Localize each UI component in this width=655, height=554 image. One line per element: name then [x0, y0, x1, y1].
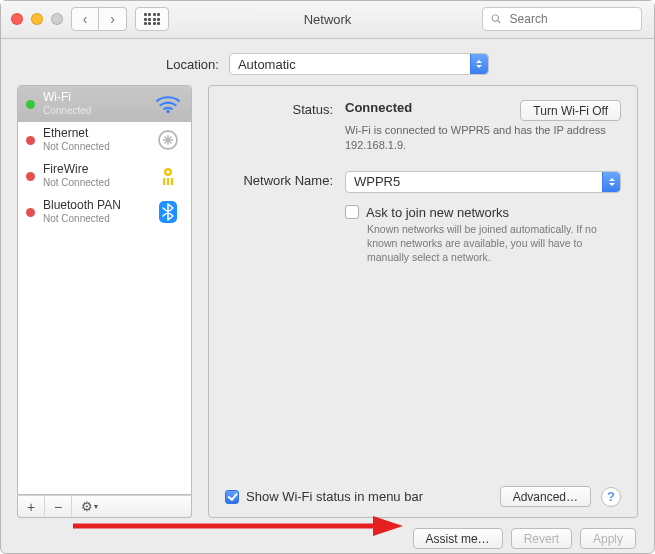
status-dot-icon: [26, 100, 35, 109]
network-name-value: WPPR5: [346, 174, 408, 189]
svg-rect-6: [171, 178, 173, 185]
updown-arrows-icon: [470, 54, 488, 74]
ethernet-icon: [153, 127, 183, 153]
wifi-icon: [153, 91, 183, 117]
show-in-menubar-label: Show Wi-Fi status in menu bar: [246, 489, 423, 504]
remove-service-button[interactable]: −: [45, 496, 72, 517]
updown-arrows-icon: [602, 172, 620, 192]
firewire-icon: [153, 163, 183, 189]
bluetooth-icon: [153, 199, 183, 225]
checkbox-icon: [225, 490, 239, 504]
chevron-down-icon: ▾: [94, 502, 98, 511]
ask-to-join-checkbox[interactable]: Ask to join new networks: [345, 205, 621, 220]
wifi-toggle-button[interactable]: Turn Wi-Fi Off: [520, 100, 621, 121]
help-icon: ?: [607, 489, 615, 504]
service-item-ethernet[interactable]: Ethernet Not Connected: [18, 122, 191, 158]
svg-point-3: [166, 170, 169, 173]
footer: Assist me… Revert Apply: [1, 518, 654, 553]
network-name-dropdown[interactable]: WPPR5: [345, 171, 621, 193]
location-label: Location:: [166, 57, 219, 72]
svg-marker-9: [373, 516, 403, 536]
ask-to-join-label: Ask to join new networks: [366, 205, 509, 220]
service-status: Not Connected: [43, 213, 145, 225]
detail-pane: Status: Connected Turn Wi-Fi Off Wi-Fi i…: [208, 85, 638, 518]
svg-rect-5: [167, 178, 169, 185]
status-dot-icon: [26, 172, 35, 181]
location-row: Location: Automatic: [1, 39, 654, 85]
service-actions-menu[interactable]: ⚙ ▾: [72, 496, 106, 517]
assist-me-button[interactable]: Assist me…: [413, 528, 503, 549]
add-service-button[interactable]: +: [18, 496, 45, 517]
network-name-label: Network Name:: [225, 171, 333, 193]
titlebar: ‹ › Network: [1, 1, 654, 39]
service-item-bluetooth-pan[interactable]: Bluetooth PAN Not Connected: [18, 194, 191, 230]
service-status: Not Connected: [43, 141, 145, 153]
checkbox-icon: [345, 205, 359, 219]
annotation-arrow-icon: [73, 514, 403, 538]
gear-icon: ⚙: [81, 499, 93, 514]
service-name: Wi-Fi: [43, 91, 145, 105]
service-name: FireWire: [43, 163, 145, 177]
revert-button[interactable]: Revert: [511, 528, 572, 549]
status-dot-icon: [26, 208, 35, 217]
ask-to-join-description: Known networks will be joined automatica…: [367, 222, 621, 265]
service-item-wifi[interactable]: Wi-Fi Connected: [18, 86, 191, 122]
apply-button[interactable]: Apply: [580, 528, 636, 549]
search-field[interactable]: [482, 7, 642, 31]
service-status: Connected: [43, 105, 145, 117]
service-status: Not Connected: [43, 177, 145, 189]
svg-point-0: [166, 110, 169, 113]
location-value: Automatic: [230, 57, 304, 72]
status-value: Connected: [345, 100, 412, 115]
minus-icon: −: [54, 499, 62, 515]
service-list[interactable]: Wi-Fi Connected Ethernet Not Connected: [17, 85, 192, 495]
advanced-button[interactable]: Advanced…: [500, 486, 591, 507]
service-list-toolbar: + − ⚙ ▾: [17, 495, 192, 518]
status-description: Wi-Fi is connected to WPPR5 and has the …: [345, 123, 615, 153]
search-icon: [491, 13, 502, 25]
service-item-firewire[interactable]: FireWire Not Connected: [18, 158, 191, 194]
show-in-menubar-checkbox[interactable]: Show Wi-Fi status in menu bar: [225, 489, 423, 504]
svg-rect-4: [163, 178, 165, 185]
status-label: Status:: [225, 100, 333, 153]
help-button[interactable]: ?: [601, 487, 621, 507]
service-name: Bluetooth PAN: [43, 199, 145, 213]
plus-icon: +: [27, 499, 35, 515]
status-dot-icon: [26, 136, 35, 145]
service-name: Ethernet: [43, 127, 145, 141]
search-input[interactable]: [508, 11, 633, 27]
location-dropdown[interactable]: Automatic: [229, 53, 489, 75]
